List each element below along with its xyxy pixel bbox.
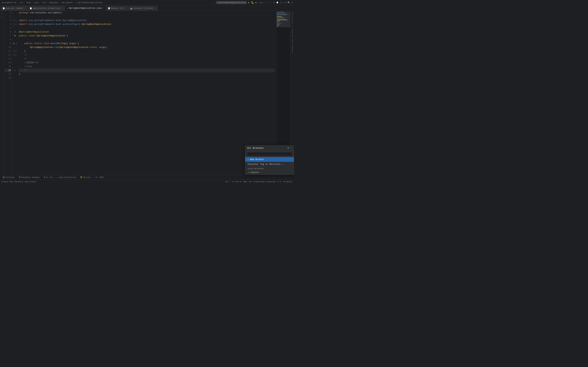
tab-close-banner[interactable]: ✕ xyxy=(125,7,126,9)
left-tool-1[interactable]: 1: xyxy=(1,12,3,15)
refresh-branches-icon[interactable]: ⟳ xyxy=(287,147,289,150)
ln-4: 4 xyxy=(5,22,11,26)
new-branch-item[interactable]: + New Branch xyxy=(245,157,294,162)
status-left: Create and checkout new branch xyxy=(1,181,222,183)
ln-15: 15 xyxy=(5,65,11,68)
gutter-13 xyxy=(13,57,17,61)
master-branch-item[interactable]: ⎇ master xyxy=(245,170,294,175)
close-popup-icon[interactable]: ✕ xyxy=(291,147,292,150)
gutter-15 xyxy=(13,65,17,68)
fold-icon-3[interactable]: [-] xyxy=(14,18,17,22)
gutter-icons: [-] [-] ⚙ ⚙ ▶ ▶ [-] [-] [-] xyxy=(13,11,17,175)
code-line-9: public static void main(String[] args) { xyxy=(19,42,275,45)
run-button[interactable]: ▶ xyxy=(248,1,250,4)
gutter-17 xyxy=(13,72,17,76)
tab-label-pom: pom.xml (demo) xyxy=(6,7,23,10)
gutter-9: ▶ [-] xyxy=(13,42,17,45)
line-numbers: 1 2 3 4 5 6 7 8 9 10 11 12 13 14 15 16 1… xyxy=(4,11,13,175)
debug-button[interactable]: 🐛 xyxy=(251,1,254,4)
code-editor[interactable]: package com.nasaiboy.springboot; import … xyxy=(17,11,276,175)
ln-10: 10 xyxy=(5,45,11,49)
refresh-button[interactable]: ⟳ xyxy=(273,1,275,4)
code-line-12: // xyxy=(19,53,275,57)
gutter-4: [-] xyxy=(13,22,17,26)
ln-5: 5 xyxy=(5,26,11,30)
tab-close-pom[interactable]: ✕ xyxy=(25,7,26,9)
gutter-7: ⚙ ▶ xyxy=(13,34,17,38)
fold-icon-9[interactable]: [-] xyxy=(14,42,17,45)
left-tool-2[interactable]: 2: xyxy=(1,15,3,18)
tab-close-console[interactable]: ✕ xyxy=(155,7,156,9)
props-icon: 📄 xyxy=(30,7,32,9)
tab-console[interactable]: 💻 console [julian] ✕ xyxy=(128,6,158,11)
tab-close-props[interactable]: ✕ xyxy=(62,7,63,9)
ln-14: 14 xyxy=(5,61,11,65)
new-branch-label: New Branch xyxy=(250,158,264,161)
popup-header: Git Branches ⟳ ✕ xyxy=(245,145,294,151)
code-line-7: public class SpringbootApplication { xyxy=(19,34,275,38)
git-branch-status[interactable]: ⑨ master xyxy=(283,181,293,183)
terminal-tab[interactable]: ⬛ Terminal xyxy=(1,176,17,179)
todo-tab[interactable]: ✓ 6: TODO xyxy=(92,176,105,179)
code-line-1: package com.nasaiboy.springboot; xyxy=(19,11,275,15)
split-button[interactable]: ⧉ xyxy=(285,1,286,4)
txt-icon: 📝 xyxy=(108,7,110,9)
ln-16: 16 xyxy=(5,68,11,72)
ln-8: 8 xyxy=(5,38,11,42)
bean-validation-tool[interactable]: Bean Validation xyxy=(291,39,294,54)
cursor-position[interactable]: 16:7 xyxy=(225,181,230,183)
code-line-3: import org.springframework.boot.SpringAp… xyxy=(19,18,275,22)
code-line-5 xyxy=(19,26,275,30)
terminal-icon: ⬛ xyxy=(2,176,5,178)
code-line-11: } xyxy=(19,49,275,53)
spring-tab[interactable]: 🌿 Spring xyxy=(78,176,92,179)
gutter-11: [-] xyxy=(13,49,17,53)
fold-icon-11[interactable]: [-] xyxy=(14,49,17,53)
branch-search-input[interactable] xyxy=(247,152,292,156)
run-gutter-6[interactable]: ⚙ xyxy=(15,30,16,34)
tab-app-props[interactable]: 📄 application.properties ✕ xyxy=(28,6,65,11)
tab-label-banner: banner.txt xyxy=(111,7,124,10)
console-icon: 💻 xyxy=(130,7,132,9)
ln-17: 17 xyxy=(5,72,11,76)
run-play-7[interactable]: ▶ xyxy=(15,34,16,38)
java-enterprise-tab[interactable]: ☕ Java Enterprise xyxy=(55,176,78,179)
git-tab[interactable]: ⑨ 9: Git xyxy=(42,176,55,179)
tab-close-java[interactable]: ✕ xyxy=(103,7,104,9)
checkout-label: Checkout Tag or Revision... xyxy=(248,163,285,166)
code-line-14: //新加的一行 xyxy=(19,61,275,65)
ln-7: 7 xyxy=(5,34,11,38)
code-line-16: // xyxy=(19,68,275,72)
git-push[interactable]: ↑ xyxy=(270,1,272,4)
favorites-tool[interactable]: 2: Favorites xyxy=(291,25,294,38)
annotate-button[interactable]: ||| xyxy=(280,1,284,4)
popup-title: Git Branches xyxy=(247,147,264,150)
run-coverage-button[interactable]: ▶̲ xyxy=(256,1,258,4)
aws-structure-tool[interactable]: AWS Structure xyxy=(291,12,294,25)
title-src: src xyxy=(20,1,23,4)
checkout-tag-item[interactable]: Checkout Tag or Revision... xyxy=(245,162,294,167)
fold-icon-12[interactable]: [-] xyxy=(14,53,17,57)
tab-main-java[interactable]: ☕ SpringbootApplication.java ✕ xyxy=(65,6,106,11)
tab-banner[interactable]: 📝 banner.txt ✕ xyxy=(106,6,128,11)
popup-search[interactable] xyxy=(245,151,294,157)
git-changes[interactable]: 4 ≤ xyxy=(278,181,281,183)
settings-gear[interactable]: ⚙ xyxy=(291,1,293,4)
gutter-6: ⚙ xyxy=(13,30,17,34)
java-icon: ☕ xyxy=(67,7,68,9)
tab-pom[interactable]: 📄 pom.xml (demo) ✕ xyxy=(1,6,28,11)
history-button[interactable]: ⌚ xyxy=(276,1,279,4)
ln-6: 6 xyxy=(5,30,11,34)
search-button[interactable]: 🔍 xyxy=(287,1,290,4)
branch-icon-master: ⎇ xyxy=(248,171,250,174)
encoding[interactable]: LF UTF-8 xyxy=(232,181,241,183)
db-changes-tab[interactable]: 🗄 Database Changes xyxy=(17,176,42,179)
aws-status[interactable]: AWS: No credentials selected xyxy=(243,181,276,183)
code-line-15: //test xyxy=(19,65,275,68)
fold-icon-4[interactable]: [-] xyxy=(14,22,17,26)
db-icon: 🗄 xyxy=(19,176,21,178)
run-config-selector[interactable]: ☕ SpringbootApplication ▼ xyxy=(216,1,247,4)
code-line-6: @SpringBootApplication xyxy=(19,30,275,34)
status-bar: Create and checkout new branch 16:7 LF U… xyxy=(0,180,294,184)
left-tool-strip: 1: 2: xyxy=(0,11,4,175)
